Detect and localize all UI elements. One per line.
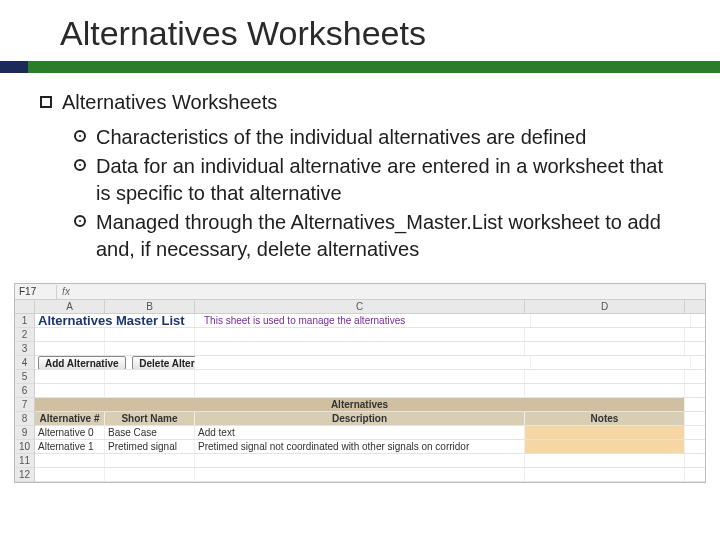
table-row: Alternative 1 Pretimed signal Pretimed s…: [35, 440, 705, 454]
slide-content: Alternatives Worksheets Characteristics …: [0, 73, 720, 275]
cell-altnum[interactable]: Alternative 1: [35, 440, 105, 453]
cell-notes[interactable]: [525, 440, 685, 453]
instruction-cell: This sheet is used to manage the alterna…: [201, 314, 531, 327]
bullet-text: Characteristics of the individual altern…: [96, 124, 586, 151]
row-header[interactable]: 5: [15, 370, 34, 384]
row-header[interactable]: 11: [15, 454, 34, 468]
select-all-corner[interactable]: [15, 300, 35, 313]
row-header[interactable]: 8: [15, 412, 34, 426]
col-label-notes: Notes: [525, 412, 685, 425]
row-header[interactable]: 12: [15, 468, 34, 482]
heading-text: Alternatives Worksheets: [62, 89, 277, 116]
bullet-lvl1: Alternatives Worksheets: [40, 89, 680, 116]
add-alternative-button[interactable]: Add Alternative: [38, 356, 126, 369]
bullet-lvl2: Managed through the Alternatives_Master.…: [74, 209, 680, 263]
empty-cell: [531, 314, 691, 327]
accent-bar-green: [28, 61, 720, 73]
cell-notes[interactable]: [525, 426, 685, 439]
row-header[interactable]: 3: [15, 342, 34, 356]
column-headers: A B C D: [15, 300, 705, 314]
fx-icon[interactable]: fx: [57, 286, 75, 297]
bullet-text: Managed through the Alternatives_Master.…: [96, 209, 680, 263]
row-header[interactable]: 7: [15, 398, 34, 412]
row-header[interactable]: 2: [15, 328, 34, 342]
bullet-lvl2: Characteristics of the individual altern…: [74, 124, 680, 151]
cells-area[interactable]: Alternatives Master List This sheet is u…: [35, 314, 705, 482]
band-title: Alternatives: [35, 398, 685, 411]
col-header[interactable]: A: [35, 300, 105, 313]
sheet-title-cell: Alternatives Master List: [35, 314, 195, 327]
slide-title: Alternatives Worksheets: [0, 0, 720, 61]
delete-alternative-button[interactable]: Delete Alternative: [132, 356, 195, 369]
formula-bar: F17 fx: [15, 284, 705, 300]
bullet-lvl2: Data for an individual alternative are e…: [74, 153, 680, 207]
target-bullet-icon: [74, 130, 86, 142]
cell-description[interactable]: Add text: [195, 426, 525, 439]
target-bullet-icon: [74, 159, 86, 171]
cell-shortname[interactable]: Pretimed signal: [105, 440, 195, 453]
col-header[interactable]: C: [195, 300, 525, 313]
col-label-description: Description: [195, 412, 525, 425]
row-header[interactable]: 6: [15, 384, 34, 398]
bullet-text: Data for an individual alternative are e…: [96, 153, 680, 207]
cell-altnum[interactable]: Alternative 0: [35, 426, 105, 439]
spreadsheet: F17 fx A B C D 1 2 3 4 5 6 7 8 9 10 11 1…: [14, 283, 706, 483]
col-header[interactable]: D: [525, 300, 685, 313]
row-headers: 1 2 3 4 5 6 7 8 9 10 11 12: [15, 314, 35, 482]
row-header[interactable]: 4: [15, 356, 34, 370]
target-bullet-icon: [74, 215, 86, 227]
col-label-altnum: Alternative #: [35, 412, 105, 425]
table-row: Alternative 0 Base Case Add text: [35, 426, 705, 440]
row-header[interactable]: 9: [15, 426, 34, 440]
cell-description[interactable]: Pretimed signal not coordinated with oth…: [195, 440, 525, 453]
square-bullet-icon: [40, 96, 52, 108]
accent-bar: [0, 61, 720, 73]
row-header[interactable]: 1: [15, 314, 34, 328]
accent-bar-navy: [0, 61, 28, 73]
col-label-shortname: Short Name: [105, 412, 195, 425]
cell-shortname[interactable]: Base Case: [105, 426, 195, 439]
col-header[interactable]: B: [105, 300, 195, 313]
name-box[interactable]: F17: [15, 285, 57, 299]
row-header[interactable]: 10: [15, 440, 34, 454]
